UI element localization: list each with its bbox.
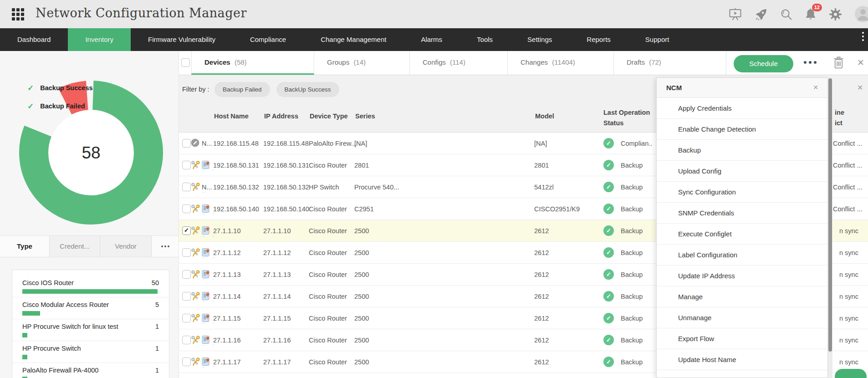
notifications-bell-icon[interactable]: 12 — [805, 8, 817, 20]
nav-item[interactable]: Tools — [460, 28, 510, 51]
config-document-icon[interactable] — [202, 226, 214, 237]
nav-item[interactable]: Compliance — [233, 28, 303, 51]
nav-item[interactable]: Firmware Vulnerability — [131, 28, 233, 51]
status-success-icon — [603, 204, 614, 214]
status-success-icon — [603, 160, 614, 170]
settings-gear-icon[interactable] — [829, 8, 842, 21]
getting-started-rocket-icon[interactable] — [755, 8, 768, 21]
user-avatar[interactable] — [854, 5, 868, 23]
nav-item[interactable]: Settings — [510, 28, 569, 51]
main-content: Devices (58) Groups (14) Configs (114) — [179, 51, 868, 378]
nav-item[interactable]: Reports — [569, 28, 628, 51]
row-checkbox[interactable] — [182, 314, 191, 322]
search-icon[interactable] — [780, 8, 792, 20]
filter-chip[interactable]: BackUp Success — [276, 82, 339, 97]
ncm-menu-item[interactable]: Enable Change Detection — [657, 119, 827, 140]
partial-green-button[interactable] — [835, 369, 867, 378]
status-text-cell: Backup — [621, 198, 643, 220]
row-checkbox[interactable] — [182, 292, 191, 301]
config-document-icon[interactable] — [202, 291, 214, 302]
row-checkbox[interactable] — [182, 183, 191, 191]
ncm-menu-item[interactable]: Update IP Address — [657, 266, 827, 286]
row-checkbox[interactable] — [182, 358, 191, 366]
column-last-operation-status[interactable]: Last Operation Status — [603, 107, 655, 128]
inventory-tab[interactable]: Devices (58) — [191, 51, 314, 75]
ncm-menu-item[interactable]: Execute Configlet — [657, 224, 827, 245]
device-type-row[interactable]: HP Procurve Switch 1 — [12, 341, 169, 363]
nav-item[interactable]: Dashboard — [0, 28, 68, 51]
config-document-icon[interactable] — [202, 335, 214, 346]
sidebar-tab[interactable]: Vendor — [100, 236, 152, 257]
ip-address-cell: 27.1.1.17 — [263, 351, 291, 373]
legend-item[interactable]: ✓ Backup Failed — [27, 100, 93, 112]
status-success-icon — [603, 269, 614, 280]
ncm-panel-close-icon[interactable] — [813, 84, 818, 91]
ncm-menu-item[interactable]: Sync Configuration — [657, 182, 827, 203]
column-ip-address[interactable]: IP Address — [264, 112, 298, 120]
delete-trash-icon[interactable] — [833, 56, 844, 71]
toolbar-more-icon[interactable] — [804, 61, 817, 64]
column-host-name[interactable]: Host Name — [214, 112, 249, 120]
inventory-tab[interactable]: Groups (14) — [314, 51, 410, 75]
panel-scrollbar[interactable] — [828, 77, 832, 378]
config-document-icon[interactable] — [202, 357, 214, 368]
row-checkbox[interactable] — [182, 270, 191, 279]
row-checkbox[interactable] — [182, 161, 191, 169]
schedule-button[interactable]: Schedule — [734, 55, 793, 72]
device-type-cell: Cisco Router — [309, 264, 347, 286]
column-baseline-conflict-clipped[interactable]: ine ict — [835, 107, 844, 128]
sidebar-tab[interactable]: Type — [0, 236, 50, 257]
status-success-icon — [603, 335, 614, 345]
filter-chip[interactable]: Backup Failed — [214, 82, 270, 97]
nav-item[interactable]: Alarms — [403, 28, 460, 51]
device-type-row[interactable]: HP Procurve Switch for linux test 1 — [12, 319, 169, 341]
column-model[interactable]: Model — [535, 112, 554, 120]
baseline-conflict-cell: Conflict ... — [833, 176, 862, 198]
status-success-icon — [603, 182, 614, 192]
close-right-panel-icon[interactable] — [857, 84, 863, 92]
nav-item[interactable]: Change Management — [303, 28, 403, 51]
ncm-menu-item[interactable]: SNMP Credentials — [657, 203, 827, 224]
sidebar-tabs-overflow-icon[interactable] — [152, 236, 179, 257]
column-device-type[interactable]: Device Type — [310, 112, 348, 120]
device-type-row[interactable]: Cisco Modular Access Router 5 — [12, 297, 169, 319]
ncm-menu-item[interactable]: Apply Credentials — [657, 98, 827, 119]
panel-scrollbar-thumb[interactable] — [828, 78, 832, 352]
model-cell: 2612 — [534, 220, 549, 242]
config-document-icon[interactable] — [202, 204, 214, 215]
sidebar-tab[interactable]: Credent... — [50, 236, 100, 257]
nav-overflow-icon[interactable] — [860, 32, 866, 41]
ncm-menu-item[interactable]: Manage — [657, 286, 827, 307]
ncm-menu-item[interactable]: Unmanage — [657, 307, 827, 328]
column-series[interactable]: Series — [355, 112, 375, 120]
inventory-tab[interactable]: Configs (114) — [410, 51, 508, 75]
inventory-tab[interactable]: Drafts (72) — [614, 51, 726, 75]
row-checkbox[interactable] — [182, 336, 191, 344]
row-checkbox[interactable] — [182, 139, 191, 148]
row-checkbox[interactable] — [182, 226, 191, 235]
ncm-menu-item[interactable]: Export Flow — [657, 328, 827, 349]
row-checkbox[interactable] — [182, 204, 191, 213]
ncm-menu-item[interactable]: Backup — [657, 140, 827, 161]
ncm-menu-item[interactable]: Update Host Name — [657, 349, 827, 370]
device-type-row[interactable]: PaloAlto Firewall PA-4000 1 — [12, 363, 169, 378]
demo-presentation-icon[interactable] — [728, 7, 742, 21]
config-document-icon[interactable] — [202, 313, 214, 324]
config-document-icon[interactable] — [202, 160, 214, 171]
ncm-menu-item[interactable]: Upload Config — [657, 161, 827, 182]
app-launcher-icon[interactable] — [12, 8, 24, 20]
host-name-cell: 192.168.50.131 — [213, 154, 259, 176]
config-document-icon[interactable] — [202, 270, 214, 281]
device-type-row[interactable]: Cisco IOS Router 50 — [12, 276, 169, 297]
config-document-icon[interactable] — [202, 248, 214, 259]
nav-item[interactable]: Inventory — [68, 28, 131, 51]
nav-item[interactable]: Support — [628, 28, 687, 51]
legend-item[interactable]: ✓ Backup Success — [27, 82, 93, 94]
series-cell: 2500 — [354, 307, 369, 329]
select-all-checkbox[interactable] — [181, 58, 190, 67]
ncm-menu-item[interactable]: Label Configuration — [657, 245, 827, 266]
row-checkbox[interactable] — [182, 248, 191, 257]
close-toolbar-icon[interactable] — [857, 58, 864, 67]
model-cell: 2612 — [534, 264, 549, 286]
inventory-tab[interactable]: Changes (11404) — [508, 51, 614, 75]
